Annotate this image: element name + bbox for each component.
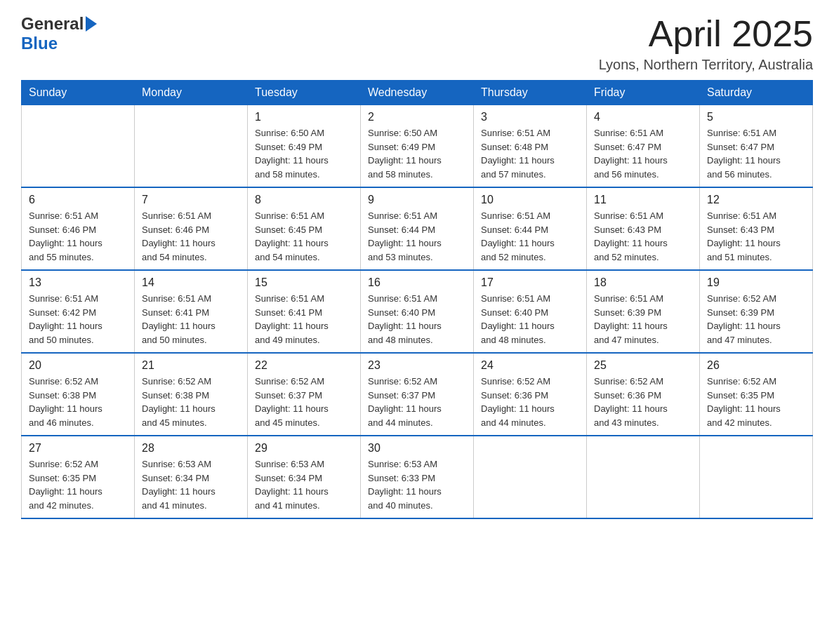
- day-info: Sunrise: 6:51 AMSunset: 6:44 PMDaylight:…: [368, 209, 466, 264]
- location-subtitle: Lyons, Northern Territory, Australia: [599, 57, 813, 73]
- logo-triangle-icon: [86, 16, 97, 32]
- calendar-table: SundayMondayTuesdayWednesdayThursdayFrid…: [21, 80, 813, 519]
- day-number: 30: [368, 442, 466, 455]
- calendar-cell: [135, 105, 248, 188]
- day-info: Sunrise: 6:51 AMSunset: 6:48 PMDaylight:…: [481, 126, 579, 181]
- day-info: Sunrise: 6:51 AMSunset: 6:42 PMDaylight:…: [29, 292, 127, 347]
- day-info: Sunrise: 6:52 AMSunset: 6:37 PMDaylight:…: [255, 375, 353, 429]
- day-number: 5: [707, 111, 805, 123]
- logo-blue-text: Blue: [21, 34, 58, 53]
- calendar-header: SundayMondayTuesdayWednesdayThursdayFrid…: [22, 81, 813, 105]
- day-number: 4: [594, 111, 692, 123]
- calendar-cell: 26Sunrise: 6:52 AMSunset: 6:35 PMDayligh…: [700, 353, 813, 436]
- day-info: Sunrise: 6:51 AMSunset: 6:46 PMDaylight:…: [29, 209, 127, 264]
- calendar-cell: 6Sunrise: 6:51 AMSunset: 6:46 PMDaylight…: [22, 187, 135, 270]
- calendar-cell: 29Sunrise: 6:53 AMSunset: 6:34 PMDayligh…: [248, 436, 361, 518]
- day-number: 19: [707, 276, 805, 289]
- weekday-header-friday: Friday: [587, 81, 700, 105]
- day-number: 3: [481, 111, 579, 123]
- day-number: 15: [255, 276, 353, 289]
- month-title: April 2025: [599, 14, 813, 54]
- day-info: Sunrise: 6:51 AMSunset: 6:41 PMDaylight:…: [255, 292, 353, 347]
- day-info: Sunrise: 6:53 AMSunset: 6:34 PMDaylight:…: [142, 457, 240, 512]
- day-info: Sunrise: 6:52 AMSunset: 6:36 PMDaylight:…: [594, 375, 692, 429]
- title-section: April 2025 Lyons, Northern Territory, Au…: [599, 14, 813, 73]
- day-info: Sunrise: 6:51 AMSunset: 6:47 PMDaylight:…: [594, 126, 692, 181]
- calendar-cell: 3Sunrise: 6:51 AMSunset: 6:48 PMDaylight…: [474, 105, 587, 188]
- day-info: Sunrise: 6:51 AMSunset: 6:41 PMDaylight:…: [142, 292, 240, 347]
- day-number: 14: [142, 276, 240, 289]
- day-info: Sunrise: 6:51 AMSunset: 6:47 PMDaylight:…: [707, 126, 805, 181]
- calendar-cell: 9Sunrise: 6:51 AMSunset: 6:44 PMDaylight…: [361, 187, 474, 270]
- day-number: 20: [29, 359, 127, 372]
- weekday-header-monday: Monday: [135, 81, 248, 105]
- day-info: Sunrise: 6:52 AMSunset: 6:38 PMDaylight:…: [142, 375, 240, 429]
- day-info: Sunrise: 6:52 AMSunset: 6:39 PMDaylight:…: [707, 292, 805, 347]
- day-number: 22: [255, 359, 353, 372]
- calendar-cell: 1Sunrise: 6:50 AMSunset: 6:49 PMDaylight…: [248, 105, 361, 188]
- calendar-cell: [700, 436, 813, 518]
- page-header: General Blue April 2025 Lyons, Northern …: [21, 14, 813, 73]
- calendar-cell: 12Sunrise: 6:51 AMSunset: 6:43 PMDayligh…: [700, 187, 813, 270]
- day-number: 28: [142, 442, 240, 455]
- day-info: Sunrise: 6:52 AMSunset: 6:36 PMDaylight:…: [481, 375, 579, 429]
- day-number: 1: [255, 111, 353, 123]
- calendar-cell: 30Sunrise: 6:53 AMSunset: 6:33 PMDayligh…: [361, 436, 474, 518]
- calendar-cell: 23Sunrise: 6:52 AMSunset: 6:37 PMDayligh…: [361, 353, 474, 436]
- day-info: Sunrise: 6:51 AMSunset: 6:39 PMDaylight:…: [594, 292, 692, 347]
- day-number: 18: [594, 276, 692, 289]
- calendar-cell: [474, 436, 587, 518]
- weekday-header-saturday: Saturday: [700, 81, 813, 105]
- calendar-cell: 27Sunrise: 6:52 AMSunset: 6:35 PMDayligh…: [22, 436, 135, 518]
- day-number: 8: [255, 194, 353, 206]
- day-info: Sunrise: 6:52 AMSunset: 6:35 PMDaylight:…: [29, 457, 127, 512]
- day-info: Sunrise: 6:52 AMSunset: 6:38 PMDaylight:…: [29, 375, 127, 429]
- day-number: 6: [29, 194, 127, 206]
- day-number: 11: [594, 194, 692, 206]
- calendar-cell: [22, 105, 135, 188]
- calendar-cell: 22Sunrise: 6:52 AMSunset: 6:37 PMDayligh…: [248, 353, 361, 436]
- day-info: Sunrise: 6:50 AMSunset: 6:49 PMDaylight:…: [255, 126, 353, 181]
- day-number: 7: [142, 194, 240, 206]
- day-number: 16: [368, 276, 466, 289]
- day-info: Sunrise: 6:51 AMSunset: 6:40 PMDaylight:…: [368, 292, 466, 347]
- calendar-cell: 28Sunrise: 6:53 AMSunset: 6:34 PMDayligh…: [135, 436, 248, 518]
- calendar-week-2: 6Sunrise: 6:51 AMSunset: 6:46 PMDaylight…: [22, 187, 813, 270]
- day-info: Sunrise: 6:50 AMSunset: 6:49 PMDaylight:…: [368, 126, 466, 181]
- calendar-week-4: 20Sunrise: 6:52 AMSunset: 6:38 PMDayligh…: [22, 353, 813, 436]
- day-number: 12: [707, 194, 805, 206]
- calendar-cell: [587, 436, 700, 518]
- calendar-cell: 13Sunrise: 6:51 AMSunset: 6:42 PMDayligh…: [22, 270, 135, 353]
- day-info: Sunrise: 6:52 AMSunset: 6:35 PMDaylight:…: [707, 375, 805, 429]
- calendar-cell: 5Sunrise: 6:51 AMSunset: 6:47 PMDaylight…: [700, 105, 813, 188]
- calendar-cell: 18Sunrise: 6:51 AMSunset: 6:39 PMDayligh…: [587, 270, 700, 353]
- calendar-cell: 10Sunrise: 6:51 AMSunset: 6:44 PMDayligh…: [474, 187, 587, 270]
- day-info: Sunrise: 6:53 AMSunset: 6:34 PMDaylight:…: [255, 457, 353, 512]
- weekday-header-thursday: Thursday: [474, 81, 587, 105]
- day-info: Sunrise: 6:51 AMSunset: 6:43 PMDaylight:…: [594, 209, 692, 264]
- day-number: 23: [368, 359, 466, 372]
- logo-general-text: General: [21, 14, 84, 34]
- calendar-body: 1Sunrise: 6:50 AMSunset: 6:49 PMDaylight…: [22, 105, 813, 519]
- day-number: 21: [142, 359, 240, 372]
- calendar-cell: 17Sunrise: 6:51 AMSunset: 6:40 PMDayligh…: [474, 270, 587, 353]
- day-number: 27: [29, 442, 127, 455]
- calendar-cell: 4Sunrise: 6:51 AMSunset: 6:47 PMDaylight…: [587, 105, 700, 188]
- calendar-cell: 16Sunrise: 6:51 AMSunset: 6:40 PMDayligh…: [361, 270, 474, 353]
- day-number: 10: [481, 194, 579, 206]
- weekday-header-sunday: Sunday: [22, 81, 135, 105]
- calendar-week-5: 27Sunrise: 6:52 AMSunset: 6:35 PMDayligh…: [22, 436, 813, 518]
- day-number: 24: [481, 359, 579, 372]
- calendar-cell: 14Sunrise: 6:51 AMSunset: 6:41 PMDayligh…: [135, 270, 248, 353]
- header-row: SundayMondayTuesdayWednesdayThursdayFrid…: [22, 81, 813, 105]
- weekday-header-wednesday: Wednesday: [361, 81, 474, 105]
- day-number: 2: [368, 111, 466, 123]
- calendar-cell: 20Sunrise: 6:52 AMSunset: 6:38 PMDayligh…: [22, 353, 135, 436]
- calendar-cell: 21Sunrise: 6:52 AMSunset: 6:38 PMDayligh…: [135, 353, 248, 436]
- calendar-cell: 8Sunrise: 6:51 AMSunset: 6:45 PMDaylight…: [248, 187, 361, 270]
- logo: General Blue: [21, 14, 97, 53]
- calendar-cell: 25Sunrise: 6:52 AMSunset: 6:36 PMDayligh…: [587, 353, 700, 436]
- day-info: Sunrise: 6:51 AMSunset: 6:44 PMDaylight:…: [481, 209, 579, 264]
- day-info: Sunrise: 6:51 AMSunset: 6:45 PMDaylight:…: [255, 209, 353, 264]
- day-info: Sunrise: 6:52 AMSunset: 6:37 PMDaylight:…: [368, 375, 466, 429]
